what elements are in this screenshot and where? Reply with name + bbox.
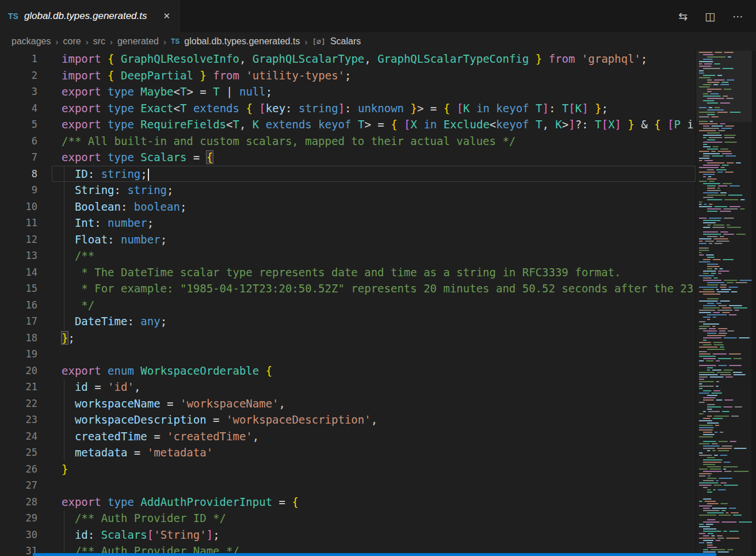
vscode-window: TS global.db.types.generated.ts ✕ ⇆◫⋯ pa…	[0, 0, 756, 556]
line-number-10[interactable]: 10	[0, 199, 52, 215]
code-line-17[interactable]: DateTime: any;	[52, 313, 696, 330]
line-number-16[interactable]: 16	[0, 297, 52, 314]
code-line-11[interactable]: Int: number;	[52, 215, 696, 231]
code-token: 'workspaceDescription'	[226, 413, 371, 426]
split-editor-icon[interactable]: ◫	[705, 10, 715, 23]
line-number-23[interactable]: 23	[0, 412, 52, 428]
breadcrumb-item-packages[interactable]: packages	[12, 36, 51, 47]
line-number-13[interactable]: 13	[0, 247, 52, 264]
code-line-23[interactable]: workspaceDescription = 'workspaceDescrip…	[52, 412, 696, 428]
line-number-3[interactable]: 3	[0, 83, 52, 100]
compare-changes-icon[interactable]: ⇆	[678, 10, 688, 23]
code-token: ,	[239, 118, 253, 131]
code-token: }	[411, 102, 417, 115]
code-line-19[interactable]	[52, 346, 696, 363]
breadcrumb-item-symbol[interactable]: Scalars	[330, 36, 361, 47]
code-line-16[interactable]: */	[52, 297, 696, 314]
code-line-10[interactable]: Boolean: boolean;	[52, 199, 696, 215]
code-token: {	[266, 364, 272, 377]
code-token	[114, 69, 121, 82]
line-number-2[interactable]: 2	[0, 67, 52, 84]
code-token: :	[88, 167, 101, 180]
line-number-5[interactable]: 5	[0, 116, 52, 133]
code-token: /** Auth Provider ID */	[62, 512, 226, 524]
tab-global-db-types-generated-ts[interactable]: TS global.db.types.generated.ts ✕	[0, 0, 181, 32]
code-line-14[interactable]: * The DateTime scalar type represents da…	[52, 264, 696, 281]
code-line-9[interactable]: String: string;	[52, 182, 696, 199]
code-token: import	[62, 52, 101, 65]
code-line-2[interactable]: import { DeepPartial } from 'utility-typ…	[52, 67, 696, 84]
code-line-20[interactable]: export enum WorkspaceOrderable {	[52, 363, 696, 379]
code-line-7[interactable]: export type Scalars = {	[52, 149, 696, 166]
minimap[interactable]	[696, 51, 751, 556]
code-line-1[interactable]: import { GraphQLResolveInfo, GraphQLScal…	[52, 51, 696, 67]
code-line-22[interactable]: workspaceName = 'workspaceName',	[52, 395, 696, 412]
code-line-24[interactable]: createdTime = 'createdTime',	[52, 428, 696, 445]
line-number-24[interactable]: 24	[0, 428, 52, 445]
line-number-26[interactable]: 26	[0, 461, 52, 478]
code-token	[589, 102, 595, 115]
code-token	[134, 496, 140, 508]
code-token: id	[75, 380, 88, 393]
code-line-12[interactable]: Float: number;	[52, 231, 696, 248]
line-number-9[interactable]: 9	[0, 182, 52, 199]
code-token: import	[62, 69, 101, 82]
code-line-5[interactable]: export type RequireFields<T, K extends k…	[52, 116, 696, 133]
code-line-6[interactable]: /** All built-in and custom scalars, map…	[52, 133, 696, 150]
line-number-19[interactable]: 19	[0, 346, 52, 363]
code-line-13[interactable]: /**	[52, 247, 696, 264]
line-number-7[interactable]: 7	[0, 149, 52, 166]
code-line-28[interactable]: export type AddAuthProviderInput = {	[52, 494, 696, 511]
line-number-28[interactable]: 28	[0, 494, 52, 511]
line-number-18[interactable]: 18	[0, 330, 52, 346]
line-number-6[interactable]: 6	[0, 133, 52, 150]
code-line-4[interactable]: export type Exact<T extends { [key: stri…	[52, 100, 696, 117]
code-line-21[interactable]: id = 'id',	[52, 379, 696, 395]
code-line-27[interactable]	[52, 477, 696, 494]
code-token: key	[266, 102, 285, 115]
code-line-29[interactable]: /** Auth Provider ID */	[52, 510, 696, 527]
line-number-25[interactable]: 25	[0, 444, 52, 461]
line-number-20[interactable]: 20	[0, 363, 52, 379]
code-token: extends	[266, 118, 312, 131]
line-number-11[interactable]: 11	[0, 215, 52, 231]
code-token: ]	[568, 118, 575, 131]
breadcrumb-item-generated[interactable]: generated	[117, 36, 159, 47]
line-number-27[interactable]: 27	[0, 477, 52, 494]
code-token: null	[239, 85, 266, 98]
line-number-4[interactable]: 4	[0, 100, 52, 117]
code-line-30[interactable]: id: Scalars['String'];	[52, 527, 696, 543]
breadcrumb-item-file[interactable]: global.db.types.generated.ts	[184, 36, 300, 47]
code-area[interactable]: import { GraphQLResolveInfo, GraphQLScal…	[52, 51, 696, 556]
more-actions-icon[interactable]: ⋯	[732, 10, 743, 23]
code-token: type	[108, 118, 134, 131]
line-number-17[interactable]: 17	[0, 313, 52, 330]
code-token: [	[601, 118, 608, 131]
code-line-8[interactable]: ID: string;	[52, 166, 696, 182]
line-number-22[interactable]: 22	[0, 395, 52, 412]
code-token: {	[292, 496, 298, 508]
breadcrumb-item-src[interactable]: src	[93, 36, 105, 47]
code-token: :	[121, 200, 134, 213]
code-line-3[interactable]: export type Maybe<T> = T | null;	[52, 83, 696, 100]
code-line-25[interactable]: metadata = 'metadata'	[52, 444, 696, 461]
code-line-15[interactable]: * For example: "1985-04-12T23:20:50.52Z"…	[52, 280, 696, 297]
line-number-30[interactable]: 30	[0, 527, 52, 543]
line-number-21[interactable]: 21	[0, 379, 52, 395]
code-token	[134, 85, 140, 98]
line-number-1[interactable]: 1	[0, 51, 52, 67]
line-number-29[interactable]: 29	[0, 510, 52, 527]
code-line-26[interactable]: }	[52, 461, 696, 478]
breadcrumb-item-core[interactable]: core	[63, 36, 81, 47]
line-number-12[interactable]: 12	[0, 231, 52, 248]
close-tab-icon[interactable]: ✕	[161, 10, 173, 22]
line-number-8[interactable]: 8	[0, 166, 52, 182]
vertical-scrollbar[interactable]	[751, 51, 756, 556]
line-number-14[interactable]: 14	[0, 264, 52, 281]
line-number-15[interactable]: 15	[0, 280, 52, 297]
code-token: |	[220, 85, 239, 98]
code-token: {	[108, 69, 114, 82]
tab-title: global.db.types.generated.ts	[24, 10, 147, 22]
code-token	[542, 52, 548, 65]
code-line-18[interactable]: };	[52, 330, 696, 346]
